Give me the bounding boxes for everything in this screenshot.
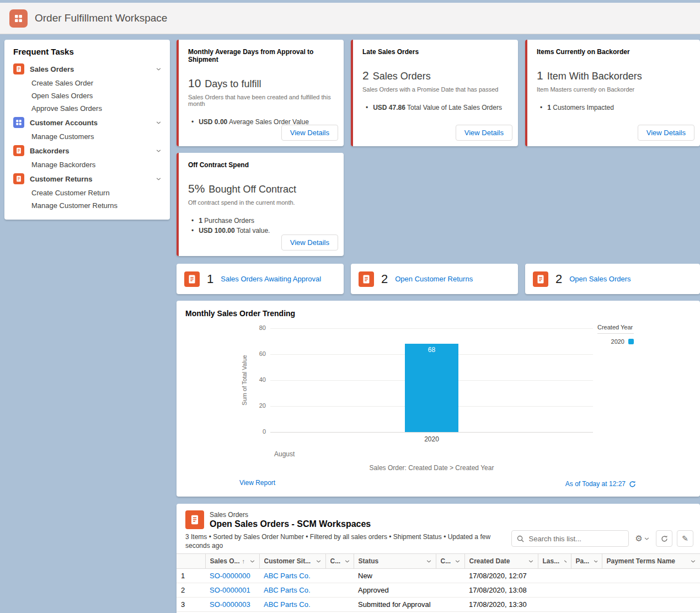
- chevron-down-icon: [156, 178, 161, 180]
- kpi-card-row: Monthly Average Days from Approval to Sh…: [177, 40, 700, 146]
- row-number: 1: [177, 569, 205, 583]
- list-search[interactable]: [511, 530, 629, 547]
- column-header-c[interactable]: C...: [436, 554, 464, 569]
- order-fulfillment-workspace: Order Fulfillment Workspace Frequent Tas…: [0, 0, 700, 613]
- payment-terms-cell: [602, 583, 700, 598]
- status-cell: Submitted for Approval: [354, 598, 436, 612]
- bar-value-label: 68: [428, 346, 435, 354]
- column-header-status[interactable]: Status: [354, 554, 436, 569]
- customer-link[interactable]: ABC Parts Co.: [264, 586, 311, 594]
- summary-link-open-sales-orders[interactable]: Open Sales Orders: [569, 275, 630, 283]
- chevron-down-icon[interactable]: [594, 560, 597, 563]
- chevron-down-icon[interactable]: [691, 560, 696, 563]
- summary-link-sales-orders-awaiting-approval[interactable]: Sales Orders Awaiting Approval: [221, 275, 321, 283]
- sidebar-section-customer-accounts[interactable]: Customer Accounts: [4, 115, 170, 130]
- cell: [538, 569, 571, 583]
- customer-accounts-icon: [13, 117, 24, 128]
- search-input[interactable]: [528, 534, 623, 543]
- sales-orders-table: Sales O...↑Customer Sit...C...StatusC...…: [177, 553, 700, 612]
- chevron-down-icon[interactable]: [250, 560, 255, 563]
- table-row: 2SO-0000001ABC Parts Co.Approved17/08/20…: [177, 583, 700, 598]
- chevron-down-icon[interactable]: [455, 560, 459, 563]
- list-settings-button[interactable]: ⚙: [633, 534, 651, 543]
- chart-caption: Sales Order: Created Date > Created Year: [270, 464, 593, 472]
- refresh-icon[interactable]: [629, 481, 636, 488]
- bar-2020[interactable]: 68: [405, 344, 458, 432]
- created-date-cell: 17/08/2020, 13:08: [464, 583, 538, 598]
- sidebar-item-manage-customers[interactable]: Manage Customers: [4, 130, 170, 143]
- column-header-pa[interactable]: Pa...: [571, 554, 602, 569]
- summary-card-row: 1Sales Orders Awaiting Approval 2Open Cu…: [177, 264, 700, 294]
- customer-link[interactable]: ABC Parts Co.: [264, 572, 311, 580]
- customer-link[interactable]: ABC Parts Co.: [264, 600, 311, 609]
- view-details-button[interactable]: View Details: [281, 125, 338, 141]
- kpi-card-off-contract-spend: Off Contract Spend5%Bought Off ContractO…: [177, 153, 344, 256]
- kpi-title: Late Sales Orders: [362, 48, 510, 56]
- refresh-list-button[interactable]: [656, 530, 672, 547]
- x-axis-tick: 2020: [405, 435, 458, 443]
- sidebar-section-label: Customer Accounts: [30, 119, 151, 127]
- sidebar-section-backorders[interactable]: Backorders: [4, 143, 170, 158]
- sidebar-item-open-sales-orders[interactable]: Open Sales Orders: [4, 89, 170, 102]
- list-view-title: Open Sales Orders - SCM Workspaces: [210, 519, 371, 529]
- sidebar-item-create-customer-return[interactable]: Create Customer Return: [4, 186, 170, 199]
- list-view-header: Sales Orders Open Sales Orders - SCM Wor…: [177, 504, 700, 553]
- column-header-customer-sit[interactable]: Customer Sit...: [259, 554, 325, 569]
- sales-order-link[interactable]: SO-0000000: [210, 572, 250, 580]
- status-cell: Approved: [354, 583, 436, 598]
- y-axis-tick: 80: [248, 324, 266, 331]
- view-details-button[interactable]: View Details: [456, 125, 512, 141]
- summary-link-open-customer-returns[interactable]: Open Customer Returns: [395, 275, 473, 283]
- sidebar-item-create-sales-order[interactable]: Create Sales Order: [4, 77, 170, 89]
- kpi-value-row: 1Item With Backorders: [537, 69, 692, 82]
- column-header-created-date[interactable]: Created Date: [464, 554, 538, 569]
- cell: [436, 569, 464, 583]
- gridline: [270, 432, 593, 433]
- view-details-button[interactable]: View Details: [281, 234, 338, 250]
- kpi-subtitle: Item Masters currently on Backorder: [537, 86, 692, 93]
- table-row: 1SO-0000000ABC Parts Co.New17/08/2020, 1…: [177, 569, 700, 583]
- cell: [436, 598, 464, 612]
- summary-card-awaiting-approval: 1Sales Orders Awaiting Approval: [177, 264, 344, 294]
- kpi-card-late-sales-orders: Late Sales Orders2Sales OrdersSales Orde…: [351, 40, 518, 146]
- chevron-down-icon[interactable]: [564, 560, 566, 563]
- kpi-card-days-to-fulfill: Monthly Average Days from Approval to Sh…: [177, 40, 344, 146]
- sales-order-link[interactable]: SO-0000001: [210, 586, 250, 594]
- view-report-link[interactable]: View Report: [239, 479, 275, 487]
- payment-terms-cell: [602, 569, 700, 583]
- sales-order-link[interactable]: SO-0000003: [210, 600, 250, 609]
- chevron-down-icon[interactable]: [345, 560, 349, 563]
- chevron-down-icon[interactable]: [528, 560, 533, 563]
- column-header-c[interactable]: C...: [325, 554, 354, 569]
- table-body: 1SO-0000000ABC Parts Co.New17/08/2020, 1…: [177, 569, 700, 612]
- column-header-las[interactable]: Las...: [538, 554, 571, 569]
- column-header-payment-terms-name[interactable]: Payment Terms Name: [602, 554, 700, 569]
- kpi-value-row: 10Days to fulfill: [188, 77, 336, 90]
- chevron-down-icon[interactable]: [316, 560, 321, 563]
- app-icon: [9, 9, 28, 28]
- sidebar-section-customer-returns[interactable]: Customer Returns: [4, 171, 170, 186]
- page-title: Order Fulfillment Workspace: [35, 12, 167, 24]
- cell: [571, 569, 602, 583]
- sidebar-item-manage-backorders[interactable]: Manage Backorders: [4, 158, 170, 171]
- x-axis-group-label: August: [274, 450, 295, 458]
- legend-title: Created Year: [597, 324, 634, 334]
- kpi-value-row: 5%Bought Off Contract: [188, 182, 336, 195]
- inline-edit-button[interactable]: ✎: [677, 530, 693, 547]
- sales-order-doc-icon: [359, 271, 374, 287]
- chevron-down-icon[interactable]: [426, 560, 431, 563]
- sidebar-item-manage-customer-returns[interactable]: Manage Customer Returns: [4, 199, 170, 212]
- summary-card-open-customer-returns: 2Open Customer Returns: [351, 264, 518, 294]
- list-entity-label: Sales Orders: [210, 511, 371, 519]
- legend-entry[interactable]: 2020: [597, 338, 634, 345]
- kpi-title: Items Currently on Backorder: [537, 48, 692, 56]
- summary-count: 2: [381, 272, 388, 286]
- kpi-bullet: 1 Customers Impacted: [540, 104, 692, 111]
- column-header-sales-o[interactable]: Sales O...↑: [205, 554, 259, 569]
- view-details-button[interactable]: View Details: [638, 125, 694, 141]
- sidebar-item-approve-sales-orders[interactable]: Approve Sales Orders: [4, 102, 170, 115]
- sidebar-section-sales-orders[interactable]: Sales Orders: [4, 61, 170, 77]
- backorders-icon: [13, 145, 24, 156]
- kpi-value-label: Days to fulfill: [205, 78, 261, 89]
- kpi-bullet-list: 1 Customers Impacted: [537, 104, 692, 111]
